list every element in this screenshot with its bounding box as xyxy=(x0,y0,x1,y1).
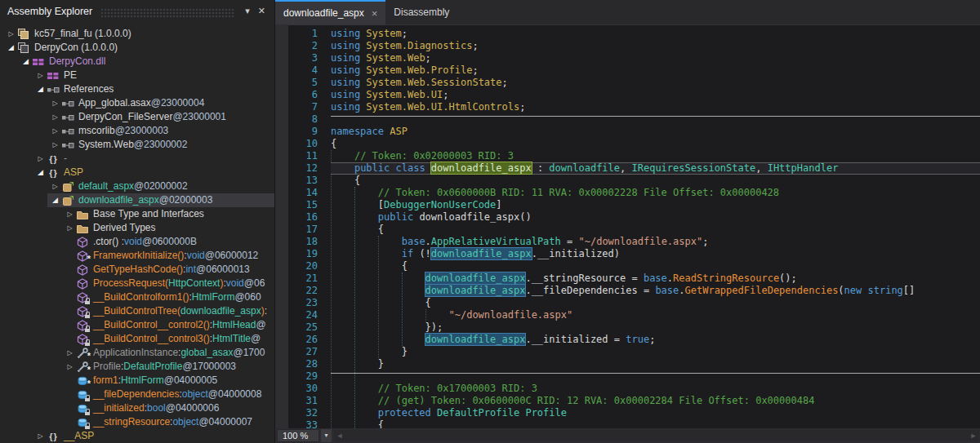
code-line[interactable]: 6using System.Web.UI; xyxy=(288,89,980,101)
line-number: 16 xyxy=(288,211,318,224)
tree-item[interactable]: ▷DerpyCon_FileServer @23000001 xyxy=(0,110,274,124)
code-line[interactable]: 18 base.AppRelativeVirtualPath = "~/down… xyxy=(288,236,980,248)
tree-item[interactable]: ▷*Profile : DefaultProfile @17000003 xyxy=(0,360,274,374)
code-line[interactable]: 22 downloadfile_aspx.__fileDependencies … xyxy=(288,285,980,297)
code-line[interactable]: 10{ xyxy=(288,138,980,150)
horizontal-scrollbar[interactable]: ◄ ► xyxy=(334,430,979,441)
expand-icon[interactable]: ▷ xyxy=(49,138,61,152)
code-line[interactable]: 26 downloadfile_aspx.__initialized = tru… xyxy=(288,334,980,346)
field-icon xyxy=(76,416,89,429)
code-line[interactable]: 13 { xyxy=(288,175,980,187)
expand-icon[interactable]: ▷ xyxy=(5,27,17,41)
tree-item[interactable]: __fileDependencies : object @04000008 xyxy=(0,388,274,401)
code-line[interactable]: 32 protected DefaultProfile Profile xyxy=(288,407,980,419)
tree-item[interactable]: ProcessRequest(HttpContext) : void @06 xyxy=(0,277,274,290)
tree-item[interactable]: ◢DerpyCon (1.0.0.0) xyxy=(0,41,274,55)
tree-item[interactable]: __BuildControlTree(downloadfile_aspx) : xyxy=(0,304,274,318)
tree-item[interactable]: __initialized : bool @04000006 xyxy=(0,401,274,415)
code-token: .__initialized) xyxy=(532,248,620,259)
code-line[interactable]: 1using System; xyxy=(288,28,980,40)
code-line[interactable]: 7using System.Web.UI.HtmlControls; xyxy=(288,101,980,113)
tree-item[interactable]: GetTypeHashCode() : int @06000013 xyxy=(0,263,274,277)
code-line[interactable]: 3using System.Web; xyxy=(288,52,980,64)
close-icon[interactable]: ✕ xyxy=(254,5,270,17)
tree-item[interactable]: ◢{ }ASP xyxy=(0,166,274,179)
zoom-level-combo[interactable]: 100 % xyxy=(277,429,319,442)
tree-item[interactable]: ◢downloadfile_aspx @02000003 xyxy=(0,193,274,207)
code-line[interactable]: 20 { xyxy=(288,260,980,272)
expand-icon[interactable]: ▷ xyxy=(34,429,47,443)
code-editor[interactable]: 1using System;2using System.Diagnostics;… xyxy=(275,24,980,443)
code-line[interactable]: 14 // Token: 0x0600000B RID: 11 RVA: 0x0… xyxy=(288,187,980,199)
code-line[interactable]: 4using System.Web.Profile; xyxy=(288,64,980,77)
tree-item[interactable]: ▷System.Web @23000002 xyxy=(0,138,274,152)
tree-item[interactable]: ▷mscorlib @23000003 xyxy=(0,124,274,138)
code-line[interactable]: 28 } xyxy=(288,358,980,370)
tree-item[interactable]: ▷PE xyxy=(0,69,274,82)
tree-item-label: @1700 xyxy=(233,346,265,360)
tree-item[interactable]: ▷Base Type and Interfaces xyxy=(0,207,274,221)
tab-disassembly[interactable]: Disassembly xyxy=(385,0,457,24)
tree-item[interactable]: ▷{ }__ASP xyxy=(0,429,274,443)
code-line[interactable]: 21 downloadfile_aspx.__stringResource = … xyxy=(288,272,980,285)
expand-icon[interactable]: ▷ xyxy=(49,179,61,193)
tree-item[interactable]: __BuildControl__control2() : HtmlHead @ xyxy=(0,318,274,332)
tree-item[interactable]: ▷Derived Types xyxy=(0,221,274,235)
tab-downloadfile-aspx[interactable]: downloadfile_aspx × xyxy=(275,0,385,24)
collapse-icon[interactable]: ◢ xyxy=(20,55,32,69)
code-line[interactable]: 9namespace ASP xyxy=(288,126,980,138)
expand-icon[interactable]: ▷ xyxy=(64,346,76,360)
code-line[interactable]: 16 public downloadfile_aspx() xyxy=(288,211,980,224)
code-line[interactable]: 15 [DebuggerNonUserCode] xyxy=(288,199,980,211)
tree-item[interactable]: .ctor() : void @0600000B xyxy=(0,235,274,249)
code-line[interactable]: 24 "~/downloadfile.aspx" xyxy=(288,309,980,321)
expand-icon[interactable]: ▷ xyxy=(49,124,61,138)
scroll-right-icon[interactable]: ► xyxy=(968,430,979,441)
expand-icon[interactable]: ▷ xyxy=(49,110,61,124)
tree-item[interactable]: *FrameworkInitialize() : void @06000012 xyxy=(0,249,274,263)
tree-item[interactable]: __stringResource : object @04000007 xyxy=(0,415,274,429)
code-line[interactable]: 19 if (!downloadfile_aspx.__initialized) xyxy=(288,248,980,260)
expand-icon[interactable]: ▷ xyxy=(49,96,61,110)
collapse-icon[interactable]: ◢ xyxy=(34,82,47,96)
code-line[interactable]: 5using System.Web.SessionState; xyxy=(288,77,980,89)
assembly-orange-icon xyxy=(17,28,30,41)
expand-icon[interactable]: ▷ xyxy=(64,221,76,235)
collapse-icon[interactable]: ◢ xyxy=(34,166,47,179)
code-line[interactable]: 23 { xyxy=(288,297,980,309)
code-line[interactable]: 25 }); xyxy=(288,321,980,334)
tree-item[interactable]: ▷App_global.asax @23000004 xyxy=(0,96,274,110)
tree-item[interactable]: ▷default_aspx @02000002 xyxy=(0,179,274,193)
tab-close-icon[interactable]: × xyxy=(372,7,378,20)
tree-item[interactable]: __BuildControlform1() : HtmlForm @060 xyxy=(0,290,274,304)
scroll-left-icon[interactable]: ◄ xyxy=(334,430,345,441)
line-number: 24 xyxy=(288,309,318,321)
code-line[interactable]: 31 // (get) Token: 0x0600000C RID: 12 RV… xyxy=(288,395,980,407)
panel-drag-grip[interactable] xyxy=(100,8,234,17)
line-number: 11 xyxy=(288,150,318,162)
expand-icon[interactable]: ▷ xyxy=(64,207,76,221)
code-line[interactable]: 11 // Token: 0x02000003 RID: 3 xyxy=(288,150,980,162)
expand-icon[interactable]: ▷ xyxy=(34,152,47,166)
expand-icon[interactable]: ▷ xyxy=(34,69,47,82)
chevron-down-icon[interactable]: ▾ xyxy=(241,5,254,17)
code-text: } xyxy=(331,358,980,370)
zoom-dropdown-button[interactable]: ▼ xyxy=(321,429,332,442)
tree-item[interactable]: *form1 : HtmlForm @04000005 xyxy=(0,374,274,388)
collapse-icon[interactable]: ◢ xyxy=(49,193,61,207)
tree-item[interactable]: ▷{ }- xyxy=(0,152,274,166)
code-line[interactable]: 27 } xyxy=(288,346,980,358)
code-line[interactable]: 12 public class downloadfile_aspx : down… xyxy=(288,162,980,175)
tree-item[interactable]: ▷*ApplicationInstance : global_asax @170… xyxy=(0,346,274,360)
tree-item[interactable]: ◢References xyxy=(0,82,274,96)
tree-item[interactable]: ◢DerpyCon.dll xyxy=(0,55,274,69)
expand-icon[interactable]: ▷ xyxy=(64,360,76,374)
method-icon xyxy=(76,264,89,277)
editor-left-margin[interactable] xyxy=(275,24,288,443)
collapse-icon[interactable]: ◢ xyxy=(5,41,17,55)
code-line[interactable]: 17 { xyxy=(288,224,980,236)
code-line[interactable]: 2using System.Diagnostics; xyxy=(288,40,980,52)
tree-item[interactable]: __BuildControl__control3() : HtmlTitle @ xyxy=(0,332,274,346)
tree-item[interactable]: ▷kc57_final_fu (1.0.0.0) xyxy=(0,27,274,41)
code-line[interactable]: 30 // Token: 0x17000003 RID: 3 xyxy=(288,383,980,395)
